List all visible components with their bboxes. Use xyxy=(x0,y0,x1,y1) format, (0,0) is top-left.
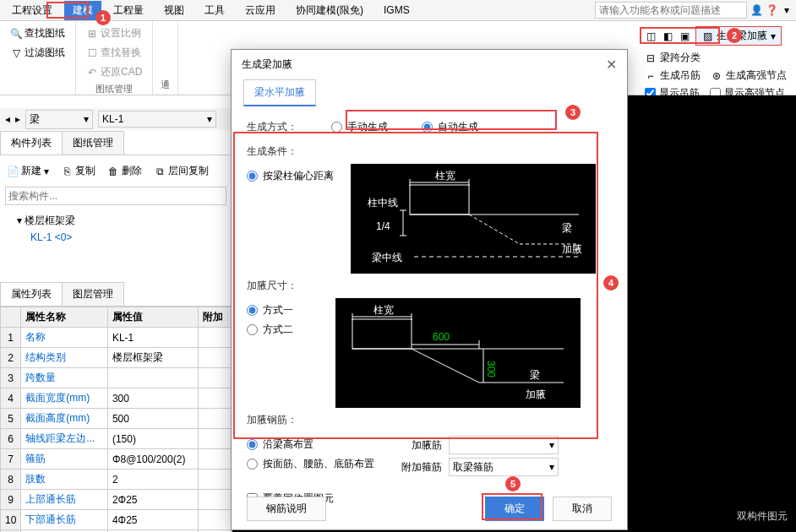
label: 方式二 xyxy=(263,323,293,337)
dialog-tab-horizontal[interactable]: 梁水平加腋 xyxy=(243,79,316,106)
prop-value[interactable]: 2Φ25 xyxy=(107,490,198,510)
table-row[interactable]: 1名称KL-1 xyxy=(1,328,232,348)
prop-extra[interactable] xyxy=(199,490,232,510)
prop-value[interactable] xyxy=(107,368,198,388)
help-icon[interactable]: ❓ xyxy=(766,4,777,16)
svg-text:600: 600 xyxy=(433,331,450,343)
chevron-right-icon[interactable]: ▸ xyxy=(15,113,20,125)
steel-opt1-radio[interactable]: 沿梁高布置 xyxy=(247,437,374,452)
prop-extra[interactable] xyxy=(199,388,232,409)
ok-button[interactable]: 确定 xyxy=(485,497,544,521)
layer-copy-button[interactable]: ⧉层间复制 xyxy=(150,162,212,180)
prop-extra[interactable] xyxy=(199,328,232,348)
prop-extra[interactable] xyxy=(199,510,232,530)
tab-collab[interactable]: 协同建模(限免) xyxy=(287,1,372,20)
set-scale-button[interactable]: ⊞设置比例 xyxy=(83,24,145,42)
prop-extra[interactable] xyxy=(199,348,232,368)
search-input[interactable] xyxy=(595,2,747,19)
table-row[interactable]: 10下部通长筋4Φ25 xyxy=(1,510,232,530)
tool-icon[interactable]: ▣ xyxy=(679,30,690,42)
table-row[interactable]: 8肢数2 xyxy=(1,470,232,490)
chevron-left-icon[interactable]: ◂ xyxy=(5,113,10,125)
restore-cad-button[interactable]: ↶还原CAD xyxy=(83,63,145,81)
prop-extra[interactable] xyxy=(199,368,232,388)
left-panel: 构件列表 图纸管理 📄新建▾ ⎘复制 🗑删除 ⧉层间复制 ▾ 楼层框架梁 KL-… xyxy=(0,131,232,532)
filter-drawing-button[interactable]: ▽过滤图纸 xyxy=(7,44,68,62)
tree-root[interactable]: ▾ 楼层框架梁 xyxy=(7,212,225,230)
size-label: 加腋尺寸： xyxy=(247,274,612,298)
mode-manual-radio[interactable]: 手动生成 xyxy=(331,120,388,134)
new-button[interactable]: 📄新建▾ xyxy=(3,162,52,180)
member-select[interactable]: KL-1▾ xyxy=(98,111,216,128)
tab-cloud[interactable]: 云应用 xyxy=(237,1,284,20)
delete-button[interactable]: 🗑删除 xyxy=(104,162,145,180)
table-row[interactable]: 3跨数量 xyxy=(1,368,232,388)
size-opt2-radio[interactable]: 方式二 xyxy=(247,323,293,337)
table-row[interactable]: 4截面宽度(mm)300 xyxy=(1,388,232,409)
tab-component-list[interactable]: 构件列表 xyxy=(0,131,63,155)
radio[interactable] xyxy=(247,305,258,316)
prop-name: 截面高度(mm) xyxy=(21,409,108,429)
marker-3: 3 xyxy=(565,105,581,120)
prop-extra[interactable] xyxy=(199,470,232,490)
copy-button[interactable]: ⎘复制 xyxy=(57,162,99,180)
prop-value[interactable]: KL-1 xyxy=(107,328,198,348)
user-icon[interactable]: 👤 xyxy=(750,4,762,16)
tab-properties[interactable]: 属性列表 xyxy=(0,282,63,306)
tool-group-edit: ⊞设置比例 ☐查找替换 ↶还原CAD 图纸管理 xyxy=(76,21,153,95)
radio[interactable] xyxy=(422,122,433,133)
radio[interactable] xyxy=(247,439,258,450)
gen-hanger-button[interactable]: ⌐生成吊筋 xyxy=(645,67,701,84)
radio[interactable] xyxy=(247,171,258,182)
condition-radio[interactable]: 按梁柱偏心距离 xyxy=(247,169,334,183)
size-opt1-radio[interactable]: 方式一 xyxy=(247,303,293,318)
table-row[interactable]: 6轴线距梁左边...(150) xyxy=(1,429,232,449)
chevron-down-icon: ▾ xyxy=(84,113,89,125)
explain-button[interactable]: 钢筋说明 xyxy=(247,497,326,521)
prop-extra[interactable] xyxy=(199,449,232,470)
node-icon: ⊛ xyxy=(711,70,722,82)
tree-child[interactable]: KL-1 <0> xyxy=(7,230,225,245)
prop-value[interactable]: Φ8@100/200(2) xyxy=(107,449,198,470)
prop-value[interactable]: 500 xyxy=(107,409,198,429)
find-replace-button[interactable]: ☐查找替换 xyxy=(83,44,145,62)
tab-igms[interactable]: IGMS xyxy=(375,2,418,19)
tab-quantity[interactable]: 工程量 xyxy=(105,1,152,20)
radio[interactable] xyxy=(331,122,342,133)
tab-engineering[interactable]: 工程设置 xyxy=(3,1,61,20)
radio[interactable] xyxy=(247,324,258,335)
tab-view[interactable]: 视图 xyxy=(155,1,193,20)
prop-value[interactable]: 楼层框架梁 xyxy=(107,348,198,368)
haunch-steel-dropdown[interactable]: ▾ xyxy=(449,436,559,454)
find-drawing-button[interactable]: 🔍查找图纸 xyxy=(7,24,68,42)
prop-extra[interactable] xyxy=(199,429,232,449)
component-search-input[interactable] xyxy=(5,187,226,205)
steel-opt2-radio[interactable]: 按面筋、腰筋、底筋布置 xyxy=(247,457,374,471)
prop-value[interactable]: (150) xyxy=(107,429,198,449)
table-row[interactable]: 7箍筋Φ8@100/200(2) xyxy=(1,449,232,470)
extra-stirrup-row: 附加箍筋 取梁箍筋▾ xyxy=(391,458,559,476)
gen-high-node-button[interactable]: ⊛生成高强节点 xyxy=(711,67,787,84)
tab-layer-mgmt[interactable]: 图层管理 xyxy=(62,282,124,306)
extra-stirrup-dropdown[interactable]: 取梁箍筋▾ xyxy=(449,458,559,476)
prop-extra[interactable] xyxy=(199,409,232,429)
tab-tools[interactable]: 工具 xyxy=(196,1,233,20)
tab-drawing-mgmt[interactable]: 图纸管理 xyxy=(62,131,124,155)
row-num: 3 xyxy=(1,368,21,388)
span-class-button[interactable]: ⊟梁跨分类 xyxy=(645,49,791,67)
table-row[interactable]: 2结构类别楼层框架梁 xyxy=(1,348,232,368)
close-icon[interactable]: ✕ xyxy=(606,57,617,73)
category-select[interactable]: 梁▾ xyxy=(25,110,93,129)
prop-name: 上部通长筋 xyxy=(21,490,108,510)
table-row[interactable]: 5截面高度(mm)500 xyxy=(1,409,232,429)
radio[interactable] xyxy=(247,459,258,470)
tool-icon[interactable]: ◫ xyxy=(645,30,657,42)
mode-auto-radio[interactable]: 自动生成 xyxy=(422,120,478,134)
table-row[interactable]: 9上部通长筋2Φ25 xyxy=(1,490,232,510)
prop-value[interactable]: 300 xyxy=(107,388,198,409)
prop-value[interactable]: 4Φ25 xyxy=(107,510,198,530)
down-icon[interactable]: ▾ xyxy=(781,4,793,16)
cancel-button[interactable]: 取消 xyxy=(553,497,612,521)
tool-icon[interactable]: ◧ xyxy=(662,30,673,42)
prop-value[interactable]: 2 xyxy=(107,470,198,490)
